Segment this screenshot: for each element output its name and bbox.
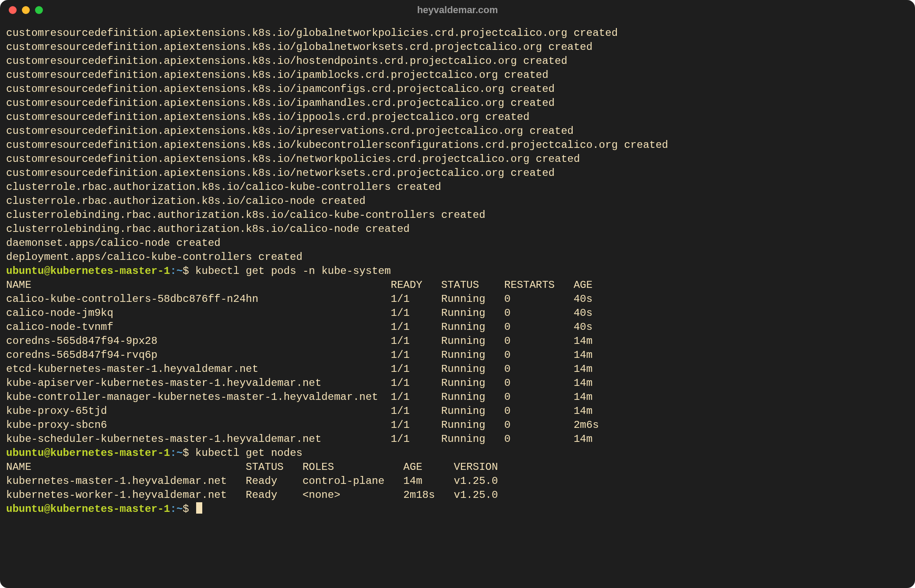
output-line: customresourcedefinition.apiextensions.k…	[6, 166, 909, 180]
prompt-dollar: $	[183, 447, 189, 459]
shell-command: kubectl get nodes	[195, 447, 303, 459]
node-row: kubernetes-master-1.heyvaldemar.net Read…	[6, 474, 909, 488]
pod-row: coredns-565d847f94-rvq6p 1/1 Running 0 1…	[6, 348, 909, 362]
prompt-path: ~	[176, 503, 183, 515]
pods-header: NAME READY STATUS RESTARTS AGE	[6, 278, 909, 292]
pod-row: calico-node-jm9kq 1/1 Running 0 40s	[6, 306, 909, 320]
cursor	[196, 502, 202, 514]
pod-row: coredns-565d847f94-9px28 1/1 Running 0 1…	[6, 334, 909, 348]
prompt-colon: :	[170, 503, 176, 515]
minimize-icon[interactable]	[22, 6, 30, 14]
window-titlebar: heyvaldemar.com	[0, 0, 915, 20]
pod-row: kube-apiserver-kubernetes-master-1.heyva…	[6, 376, 909, 390]
prompt-dollar: $	[183, 503, 189, 515]
output-line: customresourcedefinition.apiextensions.k…	[6, 40, 909, 54]
nodes-header: NAME STATUS ROLES AGE VERSION	[6, 460, 909, 474]
pod-row: kube-proxy-65tjd 1/1 Running 0 14m	[6, 404, 909, 418]
output-line: customresourcedefinition.apiextensions.k…	[6, 124, 909, 138]
output-line: customresourcedefinition.apiextensions.k…	[6, 110, 909, 124]
output-line: customresourcedefinition.apiextensions.k…	[6, 82, 909, 96]
maximize-icon[interactable]	[35, 6, 43, 14]
traffic-lights	[9, 6, 43, 14]
prompt-path: ~	[176, 447, 183, 459]
pod-row: etcd-kubernetes-master-1.heyvaldemar.net…	[6, 362, 909, 376]
prompt-line: ubuntu@kubernetes-master-1:~$	[6, 502, 909, 516]
output-line: clusterrole.rbac.authorization.k8s.io/ca…	[6, 180, 909, 194]
terminal-body[interactable]: customresourcedefinition.apiextensions.k…	[0, 20, 915, 521]
pod-row: calico-kube-controllers-58dbc876ff-n24hn…	[6, 292, 909, 306]
output-line: deployment.apps/calico-kube-controllers …	[6, 250, 909, 264]
pod-row: kube-scheduler-kubernetes-master-1.heyva…	[6, 432, 909, 446]
output-line: clusterrolebinding.rbac.authorization.k8…	[6, 222, 909, 236]
prompt-user-host: ubuntu@kubernetes-master-1	[6, 447, 170, 459]
output-line: daemonset.apps/calico-node created	[6, 236, 909, 250]
prompt-line: ubuntu@kubernetes-master-1:~$ kubectl ge…	[6, 264, 909, 278]
output-line: customresourcedefinition.apiextensions.k…	[6, 54, 909, 68]
output-line: clusterrolebinding.rbac.authorization.k8…	[6, 208, 909, 222]
output-line: customresourcedefinition.apiextensions.k…	[6, 68, 909, 82]
prompt-dollar: $	[183, 265, 189, 277]
prompt-path: ~	[176, 265, 183, 277]
shell-command: kubectl get pods -n kube-system	[195, 265, 391, 277]
prompt-colon: :	[170, 447, 176, 459]
output-line: clusterrole.rbac.authorization.k8s.io/ca…	[6, 194, 909, 208]
prompt-line: ubuntu@kubernetes-master-1:~$ kubectl ge…	[6, 446, 909, 460]
output-line: customresourcedefinition.apiextensions.k…	[6, 26, 909, 40]
pod-row: kube-controller-manager-kubernetes-maste…	[6, 390, 909, 404]
node-row: kubernetes-worker-1.heyvaldemar.net Read…	[6, 488, 909, 502]
prompt-user-host: ubuntu@kubernetes-master-1	[6, 265, 170, 277]
close-icon[interactable]	[9, 6, 17, 14]
prompt-colon: :	[170, 265, 176, 277]
output-line: customresourcedefinition.apiextensions.k…	[6, 138, 909, 152]
output-line: customresourcedefinition.apiextensions.k…	[6, 152, 909, 166]
pod-row: calico-node-tvnmf 1/1 Running 0 40s	[6, 320, 909, 334]
pod-row: kube-proxy-sbcn6 1/1 Running 0 2m6s	[6, 418, 909, 432]
window-title: heyvaldemar.com	[0, 4, 915, 16]
prompt-user-host: ubuntu@kubernetes-master-1	[6, 503, 170, 515]
output-line: customresourcedefinition.apiextensions.k…	[6, 96, 909, 110]
terminal-window: heyvaldemar.com customresourcedefinition…	[0, 0, 915, 588]
